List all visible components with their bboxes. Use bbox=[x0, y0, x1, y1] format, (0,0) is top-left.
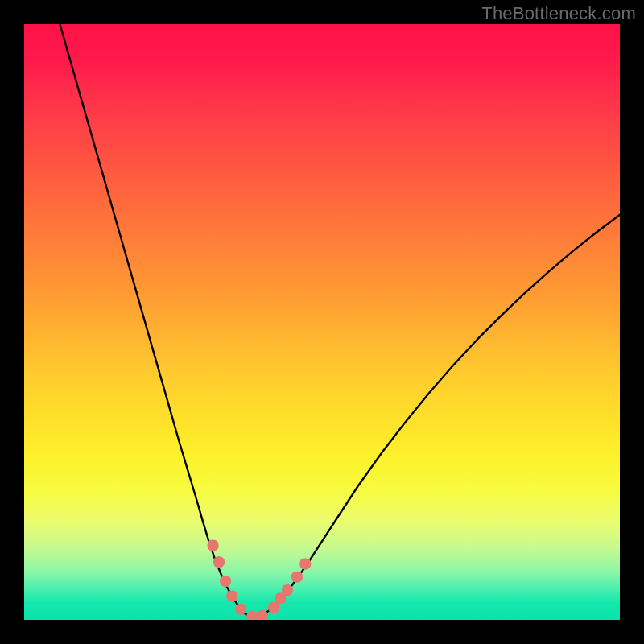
data-marker bbox=[235, 604, 246, 615]
data-marker bbox=[291, 572, 303, 583]
chart-frame: TheBottleneck.com bbox=[0, 0, 644, 644]
data-marker bbox=[257, 610, 268, 620]
data-marker bbox=[213, 556, 225, 568]
data-marker bbox=[220, 576, 231, 587]
data-marker bbox=[299, 558, 311, 569]
chart-svg bbox=[24, 24, 620, 620]
data-marker bbox=[282, 584, 293, 596]
plot-area bbox=[24, 24, 620, 620]
watermark-text: TheBottleneck.com bbox=[481, 3, 636, 24]
data-marker bbox=[246, 611, 258, 620]
curve-group bbox=[60, 24, 620, 617]
data-marker bbox=[208, 540, 219, 551]
data-marker bbox=[226, 590, 237, 601]
bottleneck-curve bbox=[60, 24, 620, 617]
marker-group bbox=[208, 540, 312, 621]
